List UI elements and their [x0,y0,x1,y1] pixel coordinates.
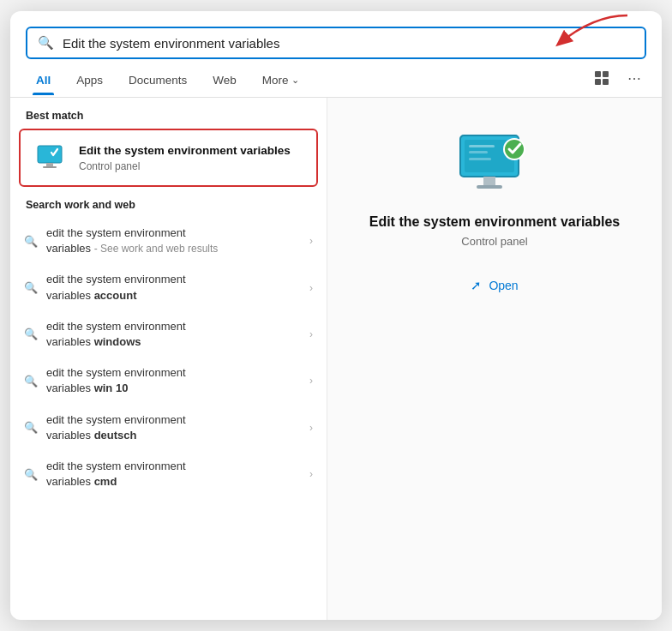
list-item[interactable]: 🔍 edit the system environmentvariables c… [10,451,327,497]
tab-web[interactable]: Web [202,69,247,95]
search-icon: 🔍 [24,328,38,340]
svg-rect-3 [595,79,601,85]
best-match-subtitle: Control panel [79,160,291,172]
tabs-right-actions: ⋯ [590,66,646,97]
web-item-text: edit the system environmentvariables acc… [46,272,301,303]
tabs-bar: All Apps Documents Web More ⌄ ⋯ [10,59,662,98]
chevron-right-icon: › [309,235,313,247]
web-item-text: edit the system environmentvariables cmd [46,459,301,490]
chevron-right-icon: › [309,282,313,294]
list-item[interactable]: 🔍 edit the system environmentvariables d… [10,405,327,451]
chevron-down-icon: ⌄ [291,75,299,86]
web-item-text: edit the system environmentvariables - S… [46,225,301,256]
svg-rect-5 [38,146,62,163]
right-panel-icon [456,132,533,201]
web-item-text: edit the system environmentvariables win… [46,365,301,396]
web-item-text: edit the system environmentvariables deu… [46,412,301,443]
tab-more[interactable]: More ⌄ [252,69,309,95]
best-match-label: Best match [10,110,327,129]
tab-all[interactable]: All [26,69,61,95]
chevron-right-icon: › [309,422,313,434]
open-label: Open [489,279,518,292]
svg-rect-12 [483,177,495,185]
search-icon: 🔍 [24,468,38,481]
search-web-label: Search work and web [10,195,327,218]
list-item[interactable]: 🔍 edit the system environmentvariables w… [10,311,327,358]
open-external-icon: ➚ [471,278,482,293]
svg-rect-1 [595,71,601,77]
search-bar[interactable]: 🔍 [26,27,646,59]
list-item[interactable]: 🔍 edit the system environmentvariables -… [10,218,327,264]
search-input[interactable] [63,36,634,51]
search-window: 🔍 All Apps Documents Web More ⌄ ⋯ Best m… [10,11,662,620]
tab-documents[interactable]: Documents [118,69,197,95]
search-icon: 🔍 [24,421,38,434]
list-item[interactable]: 🔍 edit the system environmentvariables w… [10,358,327,404]
svg-rect-17 [469,151,488,153]
chevron-right-icon: › [309,375,313,387]
main-content: Best match Edit the system environment v… [10,98,662,620]
control-panel-icon [34,141,69,175]
tab-apps[interactable]: Apps [66,69,113,95]
right-panel: Edit the system environment variables Co… [327,98,662,620]
svg-rect-13 [477,185,502,189]
right-panel-subtitle: Control panel [461,235,527,248]
svg-rect-7 [46,163,53,166]
chevron-right-icon: › [309,468,313,480]
list-item[interactable]: 🔍 edit the system environmentvariables a… [10,264,327,310]
right-panel-title: Edit the system environment variables [369,214,621,230]
search-icon: 🔍 [24,235,38,248]
left-panel: Best match Edit the system environment v… [10,98,327,620]
best-match-title: Edit the system environment variables [79,143,291,159]
search-icon: 🔍 [38,35,54,51]
more-options-icon[interactable]: ⋯ [622,66,646,90]
web-item-text: edit the system environmentvariables win… [46,319,301,350]
best-match-text: Edit the system environment variables Co… [79,143,291,173]
svg-rect-18 [469,158,491,160]
search-icon: 🔍 [24,375,38,388]
search-icon: 🔍 [24,281,38,294]
open-button[interactable]: ➚ Open [455,272,533,299]
svg-rect-2 [603,71,609,77]
svg-rect-16 [469,145,495,147]
best-match-item[interactable]: Edit the system environment variables Co… [19,129,318,187]
svg-rect-4 [603,79,609,85]
profile-icon[interactable] [590,66,614,90]
chevron-right-icon: › [309,328,313,340]
svg-rect-8 [43,166,57,168]
